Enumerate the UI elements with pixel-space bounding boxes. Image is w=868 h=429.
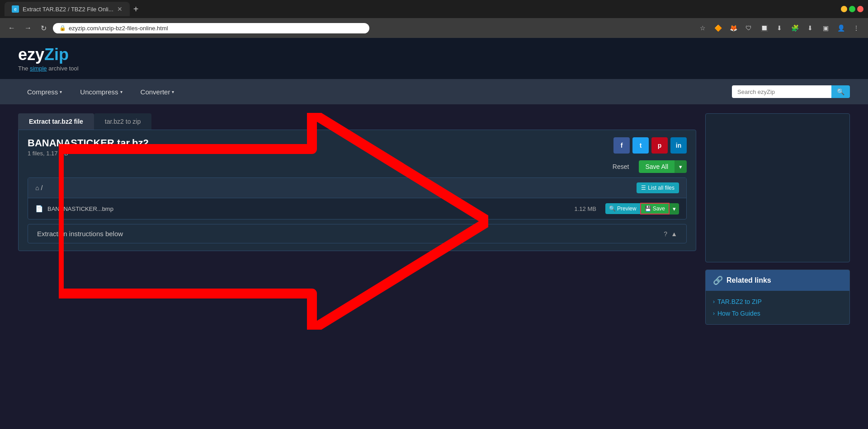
lock-icon: 🔒	[59, 25, 66, 31]
list-all-files-button[interactable]: ☰ List all files	[637, 182, 679, 193]
bookmark-icon[interactable]: ☆	[696, 22, 709, 34]
menu-icon[interactable]: ⋮	[850, 22, 863, 34]
related-links-icon: 🔗	[713, 275, 723, 285]
logo-tagline: The simple archive tool	[18, 65, 850, 72]
site-header: ezyZip The simple archive tool	[0, 38, 868, 79]
related-links-header: 🔗 Related links	[706, 270, 849, 291]
window-controls	[841, 6, 863, 12]
file-name: BANANASTICKER.tar.bz2	[28, 137, 149, 149]
file-size: 1.12 MB	[575, 205, 596, 212]
profile-icon[interactable]: 👤	[835, 22, 847, 34]
related-links-body: › TAR.BZ2 to ZIP › How To Guides	[706, 291, 849, 324]
save-icon: 💾	[645, 205, 651, 212]
tab-title: Extract TAR.BZ2 / TBZ2 File Onli...	[23, 6, 113, 13]
back-button[interactable]: ←	[5, 22, 18, 34]
save-all-dropdown-button[interactable]: ▾	[675, 160, 687, 173]
main-content: Extract tar.bz2 file tar.bz2 to zip BANA…	[0, 104, 868, 334]
new-tab-button[interactable]: +	[130, 4, 142, 14]
file-meta: 1 files, 1.17 MB	[28, 150, 149, 157]
browser-chrome: e Extract TAR.BZ2 / TBZ2 File Onli... ✕ …	[0, 0, 868, 38]
chevron-right-icon: ›	[713, 310, 715, 317]
logo-zip: Zip	[44, 45, 69, 64]
extension-icon-5[interactable]: ⬇	[773, 22, 786, 34]
save-all-button[interactable]: Save All	[639, 160, 675, 173]
twitter-share-button[interactable]: t	[632, 137, 649, 154]
tab-close-button[interactable]: ✕	[117, 5, 123, 13]
save-file-button[interactable]: 💾 Save	[640, 203, 670, 214]
social-buttons: f t p in	[613, 137, 687, 154]
browser-tab-active[interactable]: e Extract TAR.BZ2 / TBZ2 File Onli... ✕	[5, 2, 130, 16]
extraction-instructions-bar[interactable]: Extraction instructions below ? ▲	[28, 224, 687, 243]
sidebar-ad-space	[705, 113, 850, 262]
extension-icon-2[interactable]: 🦊	[727, 22, 740, 34]
url-text: ezyzip.com/unzip-bz2-files-online.html	[69, 25, 168, 32]
facebook-share-button[interactable]: f	[613, 137, 630, 154]
refresh-button[interactable]: ↻	[38, 22, 49, 34]
preview-button[interactable]: 🔍 Preview	[605, 203, 640, 214]
file-row-name: BANANASTICKER...bmp	[47, 205, 570, 212]
file-header: BANANASTICKER.tar.bz2 1 files, 1.17 MB f…	[28, 137, 687, 157]
file-browser: ⌂ / ☰ List all files 📄 BANANASTICKER...b…	[28, 177, 687, 219]
tab-tarbz2-to-zip[interactable]: tar.bz2 to zip	[94, 113, 151, 130]
file-box: BANANASTICKER.tar.bz2 1 files, 1.17 MB f…	[18, 130, 696, 251]
nav-item-converter[interactable]: Converter ▾	[132, 79, 184, 104]
tab-extract-tarbz2[interactable]: Extract tar.bz2 file	[18, 113, 94, 130]
address-bar[interactable]: 🔒 ezyzip.com/unzip-bz2-files-online.html	[53, 23, 369, 33]
nav-item-uncompress[interactable]: Uncompress ▾	[71, 79, 131, 104]
save-all-group: Save All ▾	[639, 160, 687, 173]
file-actions: 🔍 Preview 💾 Save ▾	[605, 203, 679, 214]
sidebar: 🔗 Related links › TAR.BZ2 to ZIP › How T…	[705, 113, 850, 325]
nav-item-compress[interactable]: Compress ▾	[18, 79, 71, 104]
home-icon: ⌂	[35, 184, 39, 191]
reset-button[interactable]: Reset	[607, 160, 635, 173]
extraction-icons: ? ▲	[664, 230, 677, 238]
extension-icon-4[interactable]: 🔲	[758, 22, 770, 34]
file-type-icon: 📄	[35, 205, 43, 212]
save-dropdown-button[interactable]: ▾	[670, 203, 679, 214]
chevron-down-icon: ▾	[120, 89, 123, 94]
related-links-title: Related links	[726, 276, 771, 284]
help-icon: ?	[664, 230, 667, 238]
search-input[interactable]	[732, 85, 831, 98]
browser-action-icons: ☆ 🔶 🦊 🛡 🔲 ⬇ 🧩 ⬇ ▣ 👤 ⋮	[696, 22, 863, 34]
window-close-button[interactable]	[857, 6, 863, 12]
linkedin-share-button[interactable]: in	[670, 137, 687, 154]
chevron-right-icon: ›	[713, 298, 715, 305]
breadcrumb: ⌂ /	[35, 184, 42, 191]
main-nav: Compress ▾ Uncompress ▾ Converter ▾ 🔍	[0, 79, 868, 104]
related-link-tarbz2-to-zip[interactable]: › TAR.BZ2 to ZIP	[713, 298, 842, 305]
search-icon: 🔍	[609, 205, 616, 212]
extension-icon-1[interactable]: 🔶	[712, 22, 724, 34]
site-logo: ezyZip	[18, 45, 850, 64]
content-area: Extract tar.bz2 file tar.bz2 to zip BANA…	[18, 113, 696, 325]
collapse-arrow-icon: ▲	[671, 230, 677, 238]
file-info: BANANASTICKER.tar.bz2 1 files, 1.17 MB	[28, 137, 149, 157]
window-minimize-button[interactable]	[841, 6, 847, 12]
search-box: 🔍	[732, 85, 850, 98]
window-maximize-button[interactable]	[849, 6, 855, 12]
browser-tabs: e Extract TAR.BZ2 / TBZ2 File Onli... ✕ …	[0, 0, 868, 18]
file-browser-header: ⌂ / ☰ List all files	[28, 178, 686, 198]
tab-favicon: e	[12, 5, 19, 13]
list-icon: ☰	[641, 185, 646, 191]
chevron-down-icon: ▾	[172, 89, 174, 94]
search-button[interactable]: 🔍	[831, 85, 850, 98]
extraction-instructions-text: Extraction instructions below	[37, 230, 123, 238]
logo-ezy: ezy	[18, 45, 44, 64]
extension-icon-6[interactable]: 🧩	[788, 22, 801, 34]
file-row: 📄 BANANASTICKER...bmp 1.12 MB 🔍 Preview …	[28, 198, 686, 219]
extension-icon-3[interactable]: 🛡	[742, 22, 755, 34]
action-bar: Reset Save All ▾	[28, 160, 687, 173]
related-link-how-to-guides[interactable]: › How To Guides	[713, 310, 842, 317]
download-icon[interactable]: ⬇	[804, 22, 816, 34]
pinterest-share-button[interactable]: p	[651, 137, 668, 154]
forward-button[interactable]: →	[22, 22, 34, 34]
related-links-box: 🔗 Related links › TAR.BZ2 to ZIP › How T…	[705, 270, 850, 325]
tagline-simple: simple	[30, 65, 47, 72]
sidebar-icon[interactable]: ▣	[819, 22, 832, 34]
browser-navbar: ← → ↻ 🔒 ezyzip.com/unzip-bz2-files-onlin…	[0, 18, 868, 38]
tool-tabs: Extract tar.bz2 file tar.bz2 to zip	[18, 113, 696, 130]
chevron-down-icon: ▾	[60, 89, 62, 94]
